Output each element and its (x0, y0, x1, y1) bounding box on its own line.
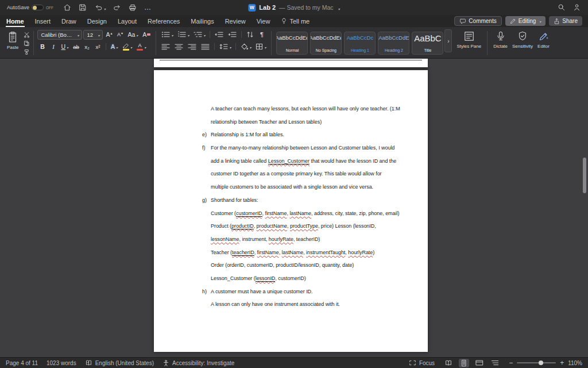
share-label: Share (562, 18, 578, 24)
share-icon (554, 18, 560, 25)
shading-button[interactable] (239, 41, 253, 52)
share-button[interactable]: Share (549, 16, 582, 26)
superscript-button[interactable]: x² (93, 41, 103, 52)
style-preview: AaBbCcDdEe (276, 34, 308, 41)
language-indicator[interactable]: English (United States) (85, 359, 154, 366)
print-icon[interactable] (129, 3, 137, 12)
home-icon[interactable] (63, 3, 71, 12)
cut-icon[interactable] (24, 31, 30, 38)
bullets-button[interactable] (160, 29, 175, 40)
align-right-button[interactable] (186, 41, 198, 52)
decrease-indent-button[interactable] (213, 29, 225, 40)
sort-button[interactable] (245, 29, 256, 40)
tab-home[interactable]: Home (6, 18, 25, 25)
style-card-title[interactable]: AaBbCTitle (412, 32, 443, 55)
editing-button[interactable]: Editing (505, 16, 546, 26)
style-card-normal[interactable]: AaBbCcDdEeNormal (276, 32, 308, 55)
numbering-button[interactable] (176, 29, 191, 40)
italic-button[interactable]: I (48, 41, 58, 52)
focus-toggle[interactable]: Focus (409, 359, 435, 366)
text-segment: Lesson_Customer (268, 158, 310, 164)
zoom-in-button[interactable]: + (560, 359, 564, 366)
search-icon[interactable] (558, 3, 566, 12)
line-spacing-button[interactable] (218, 41, 233, 52)
tab-insert[interactable]: Insert (34, 18, 52, 25)
outline-view-icon[interactable] (490, 359, 500, 367)
grow-font-button[interactable]: A▴ (104, 29, 114, 40)
zoom-slider-knob[interactable] (539, 361, 543, 365)
change-case-button[interactable]: Aa (126, 29, 140, 40)
document-line: multiple customers to be associated with… (211, 181, 425, 194)
accessibility-status[interactable]: Accessibility: Investigate (163, 359, 234, 367)
font-size-select[interactable]: 12 (83, 30, 103, 40)
style-card-heading-2[interactable]: AaBbCcDdEHeading 2 (378, 32, 409, 55)
vertical-scrollbar[interactable] (583, 158, 586, 193)
sensitivity-button[interactable]: Sensitivity (510, 29, 535, 57)
increase-indent-button[interactable] (226, 29, 238, 40)
save-icon[interactable] (79, 3, 87, 12)
tab-design[interactable]: Design (87, 18, 107, 25)
read-mode-view-icon[interactable] (443, 359, 454, 367)
tab-review[interactable]: Review (225, 18, 246, 25)
proofing-book-icon (85, 359, 92, 366)
accessibility-person-icon (163, 359, 169, 367)
underline-button[interactable]: U (59, 41, 70, 52)
undo-icon[interactable] (94, 2, 106, 13)
document-page[interactable]: A teacher can teach many lessons, but ea… (154, 70, 428, 352)
multilevel-list-button[interactable] (192, 29, 207, 40)
tab-references[interactable]: References (147, 18, 180, 25)
document-line: relationship between Teacher and Lesson … (211, 116, 425, 129)
autosave-toggle[interactable]: AutoSave OFF (7, 5, 53, 10)
show-paragraph-marks-button[interactable]: ¶ (257, 29, 266, 40)
dictate-button[interactable]: Dictate (491, 29, 510, 57)
zoom-out-button[interactable]: − (509, 359, 513, 366)
copy-icon[interactable] (24, 40, 30, 47)
style-preview: AaBbCcDc (347, 34, 373, 41)
word-count[interactable]: 1023 words (47, 360, 76, 366)
format-painter-icon[interactable] (24, 48, 30, 55)
style-card-heading-1[interactable]: AaBbCcDcHeading 1 (344, 32, 376, 55)
text-segment: add a linking table called (211, 158, 268, 164)
text-effects-button[interactable]: A (109, 41, 119, 52)
text-segment: , teacherID) (293, 236, 320, 242)
align-left-button[interactable] (160, 41, 172, 52)
font-name-select[interactable]: Calibri (Bo… (37, 30, 82, 40)
zoom-level[interactable]: 110% (568, 360, 582, 366)
autosave-state: OFF (46, 6, 53, 10)
align-center-button[interactable] (173, 41, 185, 52)
tab-tell-me[interactable]: Tell me (280, 17, 310, 25)
title-chevron-icon[interactable] (337, 2, 340, 13)
subscript-button[interactable]: x₂ (82, 41, 92, 52)
highlight-color-button[interactable] (121, 41, 134, 52)
bold-button[interactable]: B (37, 41, 47, 52)
redo-icon[interactable] (113, 3, 121, 12)
editor-button[interactable]: Editor (535, 29, 552, 57)
autosave-switch-icon (32, 5, 44, 10)
shrink-font-button[interactable]: A▾ (115, 29, 125, 40)
page-indicator[interactable]: Page 4 of 11 (6, 360, 38, 366)
print-layout-view-icon[interactable] (459, 359, 469, 367)
comments-button[interactable]: Comments (454, 16, 501, 26)
strikethrough-button[interactable]: ab (71, 41, 81, 52)
zoom-slider[interactable] (517, 362, 556, 363)
list-marker: f) (202, 141, 205, 155)
styles-pane-button[interactable]: Styles Pane (454, 29, 483, 57)
tab-draw[interactable]: Draw (61, 18, 77, 25)
paste-button[interactable]: Paste (5, 29, 21, 51)
styles-gallery-more-button[interactable]: › (444, 29, 452, 52)
font-color-button[interactable]: A (135, 41, 148, 52)
tab-view[interactable]: View (256, 18, 271, 25)
document-line: customer ID together as a composite prim… (211, 167, 425, 181)
text-segment: firstName (265, 210, 287, 216)
more-commands-icon[interactable]: … (144, 4, 151, 11)
tab-mailings[interactable]: Mailings (190, 18, 214, 25)
borders-button[interactable] (254, 41, 268, 52)
lightbulb-icon (281, 17, 287, 25)
style-card-no-spacing[interactable]: AaBbCcDdEeNo Spacing (310, 32, 342, 55)
justify-button[interactable] (199, 41, 211, 52)
clear-formatting-button[interactable]: A (141, 29, 152, 40)
document-canvas[interactable]: A teacher can teach many lessons, but ea… (0, 59, 588, 357)
tab-layout[interactable]: Layout (117, 18, 137, 25)
web-layout-view-icon[interactable] (474, 359, 485, 367)
account-icon[interactable] (573, 3, 581, 12)
